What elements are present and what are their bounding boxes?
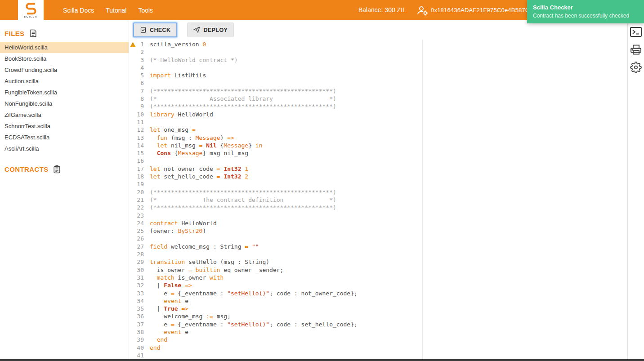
- code-line: [150, 352, 627, 359]
- contracts-heading-label: CONTRACTS: [4, 165, 49, 173]
- contracts-icon[interactable]: [53, 165, 61, 174]
- wallet-address[interactable]: 0x1816436ADAF21F975C0e4B587C: [431, 0, 530, 20]
- code-line: (* The contract definition *): [150, 196, 627, 204]
- code-line: [150, 118, 627, 126]
- scilla-logo[interactable]: SCILLA: [18, 0, 44, 20]
- code-editor[interactable]: 1234567891011121314151617181920212223242…: [130, 40, 627, 359]
- gutter-line-number: 2: [130, 48, 148, 56]
- gutter-line-number: 11: [130, 118, 148, 126]
- code-line: | False =>: [150, 281, 627, 289]
- gutter-line-number: 22: [130, 204, 148, 211]
- code-line: end: [150, 336, 627, 343]
- files-heading: FILES: [0, 28, 129, 38]
- file-item[interactable]: BookStore.scilla: [0, 53, 129, 64]
- file-item[interactable]: ZilGame.scilla: [0, 109, 129, 120]
- file-item[interactable]: AsciiArt.scilla: [0, 143, 129, 154]
- code-line: Cons {Message} msg nil_msg: [150, 149, 627, 157]
- account-icon[interactable]: [416, 5, 428, 18]
- main-area: CHECK DEPLOY 123456789101112131415161718…: [130, 20, 627, 359]
- code-line: [150, 79, 627, 87]
- nav-tools[interactable]: Tools: [138, 7, 153, 14]
- gutter-line-number: 14: [130, 142, 148, 149]
- terminal-icon[interactable]: [630, 26, 642, 38]
- settings-icon[interactable]: [630, 62, 642, 73]
- nav-tutorial[interactable]: Tutorial: [106, 7, 126, 14]
- scilla-logo-icon: [24, 2, 38, 15]
- code-line: (* Associated library *): [150, 95, 627, 103]
- code-line: [150, 157, 627, 165]
- gutter-line-number: 37: [130, 321, 148, 328]
- code-line: [150, 212, 627, 219]
- code-line: (***************************************…: [150, 188, 627, 196]
- code-line: let not_owner_code = Int32 1: [150, 165, 627, 173]
- header-nav: Scilla Docs Tutorial Tools: [63, 0, 153, 20]
- fax-icon[interactable]: [630, 44, 642, 55]
- file-item[interactable]: FungibleToken.scilla: [0, 87, 129, 98]
- gutter-line-number: 4: [130, 64, 148, 71]
- code-line: (* HelloWorld contract *): [150, 56, 627, 64]
- gutter-line-number: 41: [130, 352, 148, 359]
- bottom-panel-edge[interactable]: [0, 359, 644, 361]
- code-line: end: [150, 344, 627, 352]
- code-line: e = {_eventname : "setHello()"; code : s…: [150, 321, 627, 328]
- code-line: contract HelloWorld: [150, 219, 627, 227]
- gutter-line-number: 3: [130, 56, 148, 64]
- gutter-line-number: 21: [130, 196, 148, 204]
- gutter-line-number: 15: [130, 149, 148, 157]
- gutter-line-number: 26: [130, 235, 148, 242]
- code-line: e = {_eventname : "setHello()"; code : n…: [150, 290, 627, 297]
- code-line: field welcome_msg : String = "": [150, 243, 627, 250]
- code-line: event e: [150, 328, 627, 336]
- balance-label: Balance: 300 ZIL: [358, 0, 406, 20]
- file-item[interactable]: CrowdFunding.scilla: [0, 64, 129, 76]
- editor-gutter: 1234567891011121314151617181920212223242…: [130, 40, 148, 359]
- file-list: HelloWorld.scillaBookStore.scillaCrowdFu…: [0, 42, 129, 154]
- gutter-line-number: 36: [130, 312, 148, 320]
- gutter-line-number: 35: [130, 305, 148, 312]
- check-icon: [140, 27, 147, 33]
- code-line: [150, 180, 627, 188]
- gutter-line-number: 27: [130, 243, 148, 250]
- gutter-line-number: 17: [130, 165, 148, 173]
- deploy-button[interactable]: DEPLOY: [187, 22, 234, 37]
- code-line: library HelloWorld: [150, 111, 627, 118]
- gutter-line-number: 13: [130, 134, 148, 142]
- gutter-line-number: 18: [130, 173, 148, 180]
- gutter-line-number: 34: [130, 297, 148, 305]
- toast-message: Contract has been successfully checked: [533, 13, 638, 19]
- gutter-line-number: 30: [130, 266, 148, 274]
- code-line: scilla_version 0: [150, 40, 627, 48]
- contracts-heading: CONTRACTS: [0, 164, 129, 174]
- toast-notification[interactable]: Scilla Checker Contract has been success…: [527, 0, 644, 23]
- gutter-line-number: 28: [130, 250, 148, 258]
- code-line: match is_owner with: [150, 274, 627, 281]
- gutter-line-number: 8: [130, 95, 148, 103]
- check-button[interactable]: CHECK: [133, 22, 177, 37]
- gutter-line-number: 9: [130, 103, 148, 110]
- code-line: [150, 48, 627, 56]
- code-line: (owner: ByStr20): [150, 227, 627, 235]
- print-margin: [422, 40, 423, 359]
- file-item[interactable]: Auction.scilla: [0, 76, 129, 87]
- code-line: | True =>: [150, 305, 627, 312]
- nav-scilla-docs[interactable]: Scilla Docs: [63, 7, 94, 14]
- gutter-line-number: 20: [130, 188, 148, 196]
- code-line: (***************************************…: [150, 87, 627, 95]
- code-line: event e: [150, 297, 627, 305]
- check-button-label: CHECK: [150, 27, 170, 33]
- code-line: (***************************************…: [150, 204, 627, 211]
- file-item[interactable]: HelloWorld.scilla: [0, 42, 129, 53]
- editor-code[interactable]: scilla_version 0(* HelloWorld contract *…: [148, 40, 627, 359]
- sidebar: FILES HelloWorld.scillaBookStore.scillaC…: [0, 20, 129, 359]
- file-item[interactable]: ECDSATest.scilla: [0, 132, 129, 143]
- code-line: [150, 250, 627, 258]
- file-item[interactable]: SchnorrTest.scilla: [0, 120, 129, 132]
- gutter-line-number: 16: [130, 157, 148, 165]
- code-line: transition setHello (msg : String): [150, 258, 627, 266]
- code-line: let one_msg =: [150, 126, 627, 134]
- code-line: import ListUtils: [150, 71, 627, 79]
- gutter-line-number: 1: [130, 40, 148, 48]
- files-icon[interactable]: [29, 29, 38, 38]
- file-item[interactable]: NonFungible.scilla: [0, 98, 129, 109]
- gutter-line-number: 39: [130, 336, 148, 343]
